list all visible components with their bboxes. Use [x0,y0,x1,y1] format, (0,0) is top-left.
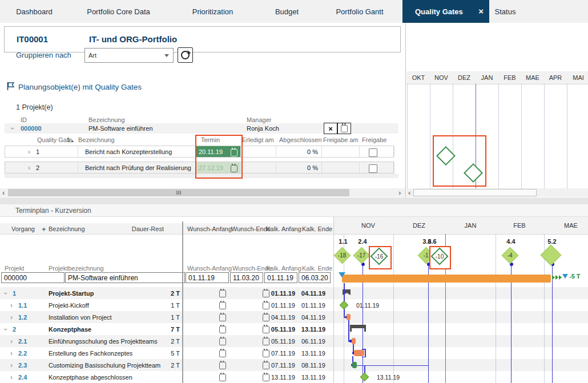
qg-table-scrollbar[interactable]: ‹ › [0,188,405,197]
scroll-right-arrow[interactable]: › [398,188,401,197]
calendar-icon[interactable] [231,165,237,172]
timeline-gridline [407,84,408,188]
task-bar[interactable] [352,338,356,344]
terminplan-title: Terminplan - Kurzversion [15,207,91,215]
task-bar[interactable] [354,350,364,356]
timeline-month-label: OKT [407,74,430,81]
tab-label: Portfolio Gantt [336,7,383,16]
project-bar-end-marker [562,274,568,279]
scrollbar-thumb[interactable] [413,189,537,196]
milestone-diamond[interactable]: -17 [353,247,370,264]
gate-termin-cell[interactable]: 27.12.19 [196,162,240,173]
timeline-gridline [430,84,430,188]
timeline-month-label: FEB [498,74,521,81]
milestone-stem [511,265,512,383]
gate-freigabe-checkbox[interactable] [369,164,377,173]
milestone-diamond[interactable]: -4 [501,247,518,264]
gate-row: ›1Bericht nach Konzepterstellung20.11.19… [5,146,394,158]
top-nav: DashboardPortfolio Core DataPrioritizati… [0,0,588,23]
timeline-gridline [567,84,567,188]
table-gantt-divider [333,217,334,383]
tab-quality-gates[interactable]: Quality Gates× [402,0,489,23]
connector-line [357,365,429,366]
task-date-label: 13.11.19 [377,374,400,381]
stem-dot [427,263,430,266]
connector-line [344,283,345,302]
task-milestone-diamond[interactable] [339,301,348,310]
tab-label: Dashboard [16,7,53,16]
qg-timeline-panel: OKTNOVDEZJANFEBMAEAPRMAI‹ [406,23,588,197]
gantt-month-label: NOV [357,222,380,229]
timeline-gridline [544,84,545,188]
gantt-month-label: MAE [559,222,582,229]
project-bar[interactable] [342,275,551,283]
panel-divider [405,23,406,197]
tab-portfolio-core-data[interactable]: Portfolio Core Data [69,0,168,23]
tab-dashboard[interactable]: Dashboard [0,0,69,23]
timeline-month-label: MAE [521,74,544,81]
task-date-label: 01.11.19 [356,302,379,309]
milestone-label: 3.6 [428,238,436,245]
table-section-divider [182,221,183,383]
gate-name: Bericht nach Prüfung der Realisierung [85,164,191,171]
scroll-left-arrow[interactable]: ‹ [408,188,410,197]
task-bar[interactable] [347,314,351,320]
connector-line [344,309,345,317]
gate-number: 1 [36,148,39,155]
tab-budget[interactable]: Budget [257,0,317,23]
end-chevron-icon [552,275,555,280]
milestone-label: 2.4 [358,238,367,245]
timeline-month-label: NOV [430,74,453,81]
gantt-area: NOVDEZJANFEBMAE-5 T1.1-182.4-173.6-14.4-… [0,217,588,383]
quality-gates-panel: IT00001 IT- und ORG-Portfolio Gruppieren… [0,23,405,197]
end-chevron-icon [555,275,558,280]
gate-termin-date: 20.11.19 [199,148,223,155]
gantt-gridline [393,234,394,383]
summary-hook [350,328,352,332]
gate-cell [240,146,276,157]
delay-label: -5 T [569,273,581,280]
task-milestone-diamond[interactable] [360,373,369,382]
tab-portfolio-gantt[interactable]: Portfolio Gantt [317,0,402,23]
tab-prioritization[interactable]: Prioritization [168,0,257,23]
timeline-gridline [453,84,453,188]
filler-row [5,174,398,178]
gate-row: ›2Bericht nach Prüfung der Realisierung2… [5,162,394,174]
gate-expand-chevron[interactable]: › [28,165,30,171]
terminplan-section: Vorgang + Bezeichnung Dauer-Rest Wunsch-… [0,217,588,383]
gate-abgeschlossen-value: 0 % [276,148,318,155]
milestone-label: 1.1 [339,238,347,245]
gate-diamond[interactable] [464,163,483,183]
gate-termin-cell[interactable]: 20.11.19 [196,146,240,157]
milestone-label: 4.4 [506,238,515,245]
gate-diamond[interactable]: -16 [370,247,388,265]
milestone-label: 5.2 [547,238,556,245]
gate-rows: ›1Bericht nach Konzepterstellung20.11.19… [0,23,405,197]
connector-line [362,357,365,358]
scrollbar-thumb[interactable] [8,189,349,196]
timeline-month-label: DEZ [453,74,476,81]
gate-expand-chevron[interactable]: › [28,149,30,155]
gate-freigabe-checkbox[interactable] [369,148,377,157]
gantt-month-label: DEZ [408,222,430,229]
project-bar-start-marker [339,272,345,277]
gantt-month-label: JAN [459,222,482,229]
summary-bar[interactable] [350,325,366,328]
timeline-month-label: JAN [476,74,498,81]
calendar-icon[interactable] [231,149,237,156]
scroll-left-arrow[interactable]: ‹ [2,188,5,197]
gantt-gridline [496,234,496,383]
quality-gates-page: DashboardPortfolio Core DataPrioritizati… [0,0,588,383]
gate-number: 2 [36,164,39,171]
section-separator [0,197,588,204]
gate-cell [240,162,276,173]
gate-name: Bericht nach Konzepterstellung [85,148,172,155]
timeline-gridline [498,84,499,188]
milestone-diamond[interactable]: -18 [333,247,351,264]
task-bar[interactable] [352,362,357,368]
timeline-scrollbar[interactable]: ‹ [406,188,588,197]
timeline-month-label: APR [544,74,567,81]
timeline-month-label: MAI [567,74,588,81]
tab-status[interactable]: Status [482,0,528,23]
gantt-month-label: FEB [508,222,531,229]
